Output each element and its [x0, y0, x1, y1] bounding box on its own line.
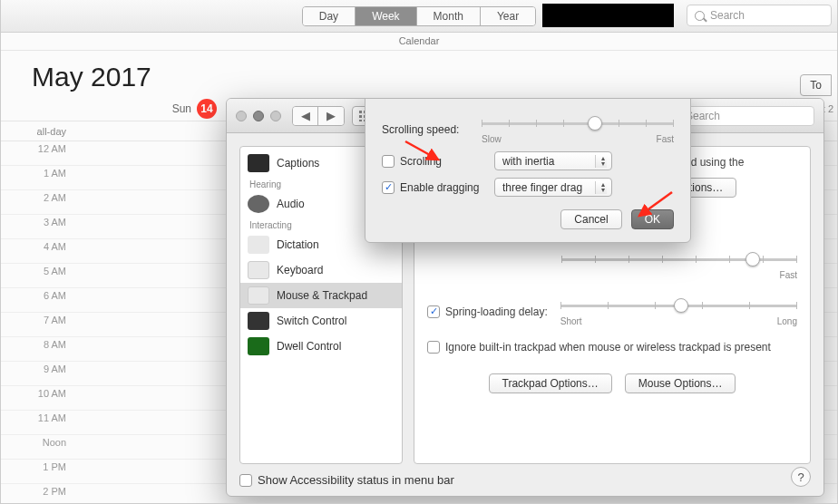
calendar-search-field[interactable]: Search — [687, 5, 832, 26]
view-month-tab[interactable]: Month — [417, 7, 481, 25]
back-button[interactable]: ◀ — [293, 107, 318, 125]
hour-label: 1 PM — [1, 460, 75, 483]
show-status-menubar-label: Show Accessibility status in menu bar — [258, 473, 454, 487]
minimize-light[interactable] — [253, 111, 264, 121]
hour-label: 4 AM — [1, 239, 75, 263]
dragging-mode-select[interactable]: three finger drag ▴▾ — [494, 178, 612, 197]
view-year-tab[interactable]: Year — [481, 7, 535, 25]
mouse-icon — [248, 286, 269, 305]
enable-dragging-label: Enable dragging — [400, 181, 494, 194]
sidebar-item-label: Dictation — [277, 238, 319, 251]
sidebar-item-label: Keyboard — [277, 264, 323, 276]
calendar-subtitle: Calendar — [1, 33, 837, 51]
hour-label: 1 AM — [1, 166, 75, 189]
accessibility-window: ◀ ▶ Accessibility Search CaptionsHearing… — [226, 98, 824, 497]
hour-label: Noon — [1, 435, 75, 459]
search-icon — [695, 11, 705, 21]
slider-long-label: Long — [777, 316, 797, 326]
scrolling-speed-slider[interactable] — [482, 114, 674, 132]
calendar-toolbar: DayWeekMonthYear Search — [1, 0, 837, 33]
trackpad-options-sheet: Scrolling speed: SlowFast Scrolling with… — [365, 98, 691, 243]
spring-loading-label: Spring-loading delay: — [445, 305, 548, 318]
window-traffic-lights[interactable] — [236, 111, 281, 121]
sidebar-item-label: Mouse & Trackpad — [277, 289, 367, 302]
hour-label: 11 AM — [1, 411, 75, 434]
redacted-area — [542, 4, 674, 27]
trackpad-options-button[interactable]: Trackpad Options… — [489, 373, 612, 393]
day-name: Sun — [83, 102, 191, 115]
svg-rect-6 — [359, 120, 362, 121]
secondary-speed-slider[interactable] — [561, 250, 797, 268]
view-segmented-control[interactable]: DayWeekMonthYear — [302, 6, 536, 26]
slider-fast-label: Fast — [657, 134, 674, 144]
close-light[interactable] — [236, 111, 247, 121]
hour-label: 6 AM — [1, 288, 75, 312]
scrolling-checkbox[interactable] — [382, 155, 395, 168]
hour-label: 3 AM — [1, 215, 75, 238]
captions-icon — [248, 154, 269, 172]
sheet-cancel-button[interactable]: Cancel — [560, 209, 621, 229]
switch-icon — [248, 312, 269, 330]
allday-label: all-day — [1, 126, 75, 137]
hour-label: 8 AM — [1, 337, 75, 361]
hour-label: 9 AM — [1, 362, 75, 385]
forward-button[interactable]: ▶ — [318, 107, 344, 125]
sidebar-item-switch-control[interactable]: Switch Control — [240, 308, 402, 334]
hour-label: 10 AM — [1, 386, 75, 410]
sheet-ok-button[interactable]: OK — [631, 209, 674, 229]
slider-short-label: Short — [560, 316, 582, 326]
hour-label: 2 PM — [1, 484, 75, 504]
calendar-title: May 2017 — [1, 51, 837, 96]
view-day-tab[interactable]: Day — [303, 7, 356, 25]
show-status-menubar-checkbox[interactable] — [239, 474, 252, 487]
mouse-options-button[interactable]: Mouse Options… — [625, 373, 736, 393]
hour-label: 2 AM — [1, 190, 75, 214]
calendar-search-placeholder: Search — [710, 9, 745, 22]
spring-loading-checkbox[interactable] — [427, 305, 440, 318]
ignore-trackpad-checkbox[interactable] — [427, 341, 440, 354]
svg-rect-3 — [359, 115, 362, 118]
hour-label: 12 AM — [1, 141, 75, 165]
sidebar-item-label: Dwell Control — [277, 340, 341, 353]
scrolling-speed-label: Scrolling speed: — [382, 123, 482, 136]
help-button[interactable]: ? — [791, 467, 811, 487]
sidebar-item-label: Switch Control — [277, 315, 346, 327]
pref-nav-back-forward[interactable]: ◀ ▶ — [292, 106, 345, 126]
sidebar-item-dwell-control[interactable]: Dwell Control — [240, 334, 402, 359]
sidebar-item-mouse-trackpad[interactable]: Mouse & Trackpad — [240, 283, 402, 308]
today-date-badge[interactable]: 14 — [197, 99, 217, 119]
scrolling-mode-value: with inertia — [502, 155, 554, 168]
sidebar-item-keyboard[interactable]: Keyboard — [240, 257, 402, 283]
scrolling-label: Scrolling — [400, 155, 494, 168]
spring-loading-slider[interactable] — [560, 296, 797, 315]
keyboard-icon — [248, 261, 269, 279]
slider-fast-label: Fast — [780, 270, 797, 280]
audio-icon — [248, 195, 269, 213]
hour-label: 7 AM — [1, 313, 75, 336]
sidebar-item-label: Captions — [277, 157, 319, 170]
view-week-tab[interactable]: Week — [356, 7, 416, 25]
enable-dragging-checkbox[interactable] — [382, 181, 395, 194]
ignore-trackpad-label: Ignore built-in trackpad when mouse or w… — [445, 341, 797, 354]
hour-label: 5 AM — [1, 264, 75, 287]
scrolling-mode-select[interactable]: with inertia ▴▾ — [494, 151, 612, 170]
dwell-icon — [248, 337, 269, 355]
zoom-light[interactable] — [270, 111, 281, 121]
today-button[interactable]: To — [800, 74, 832, 96]
svg-rect-0 — [359, 111, 362, 113]
dragging-mode-value: three finger drag — [502, 181, 582, 194]
dictation-icon — [248, 236, 269, 254]
slider-slow-label: Slow — [482, 134, 502, 144]
sidebar-item-label: Audio — [277, 198, 305, 210]
